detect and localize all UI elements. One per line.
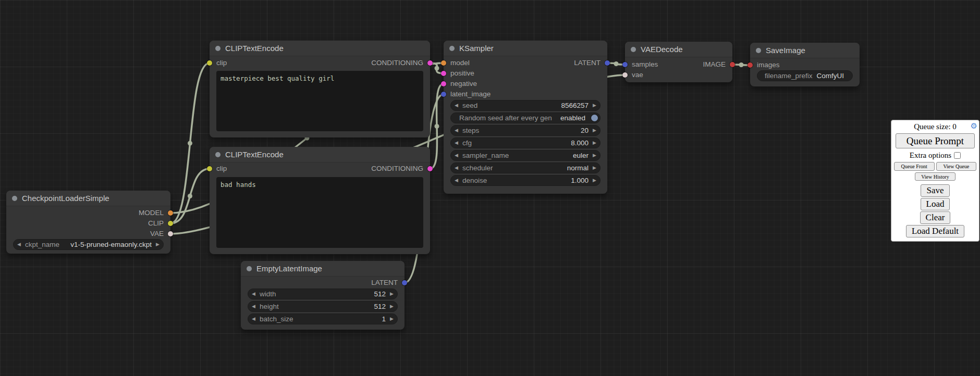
collapse-dot-icon[interactable] <box>215 46 220 51</box>
node-title: EmptyLatentImage <box>256 261 322 277</box>
load-default-button[interactable]: Load Default <box>906 225 964 237</box>
input-slot-vae: vae <box>625 70 732 80</box>
clear-button[interactable]: Clear <box>920 211 951 224</box>
widget-value: 1.000 <box>571 176 589 185</box>
increment-arrow-icon[interactable]: ▶ <box>593 126 596 135</box>
collapse-dot-icon[interactable] <box>631 47 636 52</box>
prompt-textarea[interactable]: masterpiece best quality girl <box>216 71 423 131</box>
widget-ckpt-name[interactable]: ◀ ckpt_name v1-5-pruned-emaonly.ckpt ▶ <box>13 239 164 250</box>
increment-arrow-icon[interactable]: ▶ <box>593 101 596 110</box>
increment-arrow-icon[interactable]: ▶ <box>390 302 394 311</box>
decrement-arrow-icon[interactable]: ◀ <box>455 176 458 185</box>
widget-label: width <box>260 289 276 299</box>
queue-size-label: Queue size: 0 <box>914 122 957 131</box>
node-title-bar[interactable]: EmptyLatentImage <box>241 261 405 277</box>
widget-height[interactable]: ◀ height 512 ▶ <box>248 301 398 312</box>
widget-label: batch_size <box>260 314 293 324</box>
node-title-bar[interactable]: VAEDecode <box>625 42 732 57</box>
widget-denoise[interactable]: ◀ denoise 1.000 ▶ <box>450 175 601 186</box>
queue-prompt-button[interactable]: Queue Prompt <box>896 133 975 148</box>
model-port-icon[interactable] <box>168 210 173 216</box>
widget-random-seed-toggle[interactable]: Random seed after every gen enabled <box>450 112 601 123</box>
conditioning-port-icon[interactable] <box>441 71 446 76</box>
node-ksampler[interactable]: KSampler model positive negative latent_… <box>444 41 607 194</box>
output-slot-clip: CLIP <box>6 218 170 229</box>
decrement-arrow-icon[interactable]: ◀ <box>252 289 255 299</box>
queue-front-button[interactable]: Queue Front <box>894 162 935 171</box>
load-button[interactable]: Load <box>921 198 950 210</box>
widget-label: scheduler <box>462 163 493 173</box>
node-save-image[interactable]: SaveImage images filename_prefix ComfyUI <box>750 43 860 86</box>
node-title-bar[interactable]: KSampler <box>444 41 607 56</box>
widget-value: v1-5-pruned-emaonly.ckpt <box>70 240 152 249</box>
settings-gear-icon[interactable]: ⚙ <box>971 122 977 130</box>
node-title-bar[interactable]: SaveImage <box>750 43 860 58</box>
widget-value: euler <box>573 151 589 160</box>
increment-arrow-icon[interactable]: ▶ <box>390 289 394 299</box>
extra-options-checkbox[interactable] <box>954 152 961 159</box>
prompt-textarea[interactable]: bad hands <box>216 177 423 248</box>
node-clip-text-encode-positive[interactable]: CLIPTextEncode clip CONDITIONING masterp… <box>210 41 430 137</box>
widget-value: 8.000 <box>571 138 589 148</box>
collapse-dot-icon[interactable] <box>449 46 455 51</box>
toggle-dot-icon[interactable] <box>591 115 598 121</box>
decrement-arrow-icon[interactable]: ◀ <box>455 126 458 135</box>
widget-width[interactable]: ◀ width 512 ▶ <box>248 289 398 299</box>
collapse-dot-icon[interactable] <box>215 152 220 157</box>
node-title: VAEDecode <box>641 42 683 57</box>
node-title-bar[interactable]: CLIPTextEncode <box>210 147 430 162</box>
image-port-icon[interactable] <box>730 62 735 67</box>
prev-arrow-icon[interactable]: ◀ <box>17 240 21 249</box>
prev-arrow-icon[interactable]: ◀ <box>455 151 458 160</box>
next-arrow-icon[interactable]: ▶ <box>593 163 596 173</box>
prev-arrow-icon[interactable]: ◀ <box>455 163 458 173</box>
view-queue-button[interactable]: View Queue <box>936 162 977 171</box>
collapse-dot-icon[interactable] <box>756 48 761 53</box>
widget-filename-prefix[interactable]: filename_prefix ComfyUI <box>757 70 853 81</box>
increment-arrow-icon[interactable]: ▶ <box>593 138 596 148</box>
vae-port-icon[interactable] <box>168 231 173 236</box>
node-checkpoint-loader[interactable]: CheckpointLoaderSimple MODEL CLIP VAE ◀ … <box>6 191 170 254</box>
latent-port-icon[interactable] <box>605 60 610 66</box>
collapse-dot-icon[interactable] <box>12 196 17 201</box>
widget-batch-size[interactable]: ◀ batch_size 1 ▶ <box>248 314 398 324</box>
node-title-bar[interactable]: CheckpointLoaderSimple <box>6 191 170 206</box>
output-slot-image: IMAGE <box>625 59 732 70</box>
conditioning-port-icon[interactable] <box>441 81 446 86</box>
node-vae-decode[interactable]: VAEDecode samples vae IMAGE <box>625 42 732 82</box>
collapse-dot-icon[interactable] <box>247 266 252 271</box>
vae-port-icon[interactable] <box>622 72 628 78</box>
conditioning-port-icon[interactable] <box>427 60 433 66</box>
node-title: CLIPTextEncode <box>225 41 284 56</box>
increment-arrow-icon[interactable]: ▶ <box>390 314 394 324</box>
next-arrow-icon[interactable]: ▶ <box>156 240 160 249</box>
widget-sampler-name[interactable]: ◀ sampler_name euler ▶ <box>450 150 601 161</box>
widget-label: ckpt_name <box>25 240 59 249</box>
decrement-arrow-icon[interactable]: ◀ <box>252 302 255 311</box>
next-arrow-icon[interactable]: ▶ <box>593 151 596 160</box>
widget-steps[interactable]: ◀ steps 20 ▶ <box>450 125 601 136</box>
image-port-icon[interactable] <box>748 62 753 68</box>
widget-scheduler[interactable]: ◀ scheduler normal ▶ <box>450 162 601 173</box>
conditioning-port-icon[interactable] <box>427 166 433 171</box>
clip-port-icon[interactable] <box>168 221 173 226</box>
widget-cfg[interactable]: ◀ cfg 8.000 ▶ <box>450 137 601 148</box>
graph-canvas[interactable]: CheckpointLoaderSimple MODEL CLIP VAE ◀ … <box>0 0 980 376</box>
comfy-menu-panel: Queue size: 0 ⚙ Queue Prompt Extra optio… <box>891 120 979 242</box>
node-title: CheckpointLoaderSimple <box>22 191 109 206</box>
widget-seed[interactable]: ◀ seed 8566257 ▶ <box>450 100 601 111</box>
node-clip-text-encode-negative[interactable]: CLIPTextEncode clip CONDITIONING bad han… <box>210 147 430 254</box>
output-slot-conditioning: CONDITIONING <box>210 58 430 68</box>
decrement-arrow-icon[interactable]: ◀ <box>252 314 255 324</box>
save-button[interactable]: Save <box>921 184 949 197</box>
decrement-arrow-icon[interactable]: ◀ <box>455 101 458 110</box>
widget-label: filename_prefix <box>765 71 813 81</box>
decrement-arrow-icon[interactable]: ◀ <box>455 138 458 148</box>
node-title-bar[interactable]: CLIPTextEncode <box>210 41 430 56</box>
latent-port-icon[interactable] <box>402 280 407 285</box>
node-empty-latent-image[interactable]: EmptyLatentImage LATENT ◀ width 512 ▶ ◀ … <box>241 261 405 330</box>
view-history-button[interactable]: View History <box>915 172 956 181</box>
increment-arrow-icon[interactable]: ▶ <box>593 176 596 185</box>
input-slot-latent-image: latent_image <box>444 89 607 99</box>
latent-port-icon[interactable] <box>441 92 446 97</box>
